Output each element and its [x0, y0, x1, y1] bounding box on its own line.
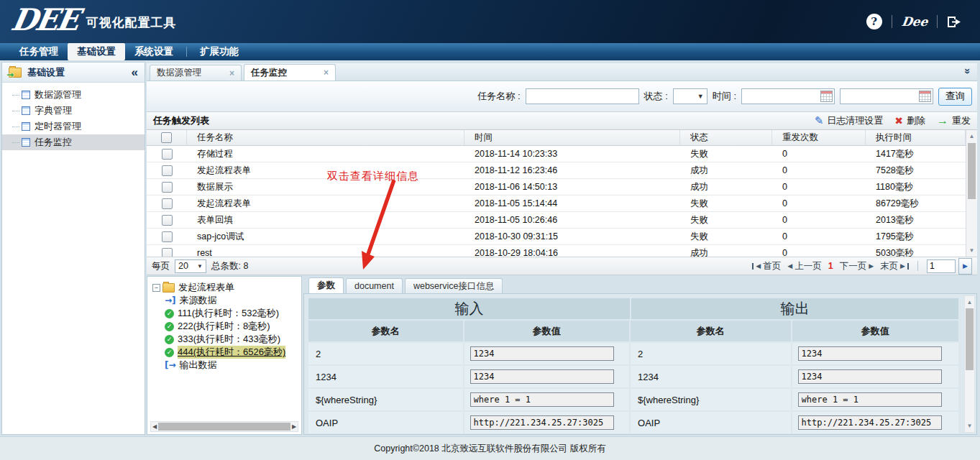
calendar-icon[interactable] — [919, 91, 931, 102]
prev-page-label: 上一页 — [794, 260, 822, 272]
sidebar-item-datasource[interactable]: 数据源管理 — [2, 87, 145, 103]
scroll-left-icon[interactable]: ◀ — [151, 423, 158, 430]
table-icon — [22, 122, 30, 131]
tree-node-step-333[interactable]: ✓ 333(执行耗时：433毫秒) — [165, 333, 301, 346]
status-select[interactable]: ▼ — [673, 88, 707, 104]
logout-icon[interactable] — [947, 16, 961, 28]
cell-exec-time: 2013毫秒 — [866, 212, 966, 228]
col-header-exec[interactable]: 执行时间 — [866, 130, 966, 145]
col-header-name[interactable]: 任务名称 — [187, 130, 464, 145]
row-checkbox[interactable] — [162, 149, 173, 160]
nav-item-basic-settings[interactable]: 基础设置 — [68, 43, 125, 60]
row-checkbox[interactable] — [162, 231, 173, 242]
table-row[interactable]: 发起流程表单 2018-11-12 16:23:46 成功 0 7528毫秒 — [147, 162, 966, 179]
last-page-button[interactable]: 末页 ▶ — [880, 260, 909, 272]
table-row[interactable]: sap-jco调试 2018-10-30 09:31:15 失败 0 1795毫… — [147, 229, 966, 245]
col-header-time[interactable]: 时间 — [464, 130, 680, 145]
tree-root-node[interactable]: − 发起流程表单 — [152, 281, 301, 294]
divider — [917, 261, 918, 271]
param-value-input[interactable] — [798, 346, 942, 361]
nav-item-system-settings[interactable]: 系统设置 — [125, 43, 183, 60]
collapse-node-icon[interactable]: − — [152, 284, 160, 292]
tab-task-monitor[interactable]: 任务监控 × — [244, 64, 336, 80]
tree-node-source-data[interactable]: →] 来源数据 — [165, 294, 301, 307]
check-circle-icon: ✓ — [165, 322, 174, 331]
collapse-sidebar-icon[interactable]: « — [132, 69, 138, 76]
detail-vertical-scrollbar[interactable]: ▲ ▼ — [964, 295, 975, 433]
log-clean-settings-button[interactable]: ✎ 日志清理设置 — [815, 114, 884, 127]
table-row[interactable]: 存储过程 2018-11-14 10:23:33 失败 0 1417毫秒 — [147, 146, 966, 162]
execution-tree-panel: − 发起流程表单 →] 来源数据 ✓ 111(执行耗时：532毫秒) ✓ 222… — [147, 276, 302, 435]
sidebar-item-timer[interactable]: 定时器管理 — [2, 119, 145, 134]
tab-params[interactable]: 参数 — [308, 277, 344, 293]
date-to-input[interactable] — [840, 88, 933, 104]
param-name: OAIP — [631, 412, 791, 433]
date-from-input[interactable] — [741, 88, 835, 104]
prev-page-button[interactable]: ◀ 上一页 — [787, 260, 821, 272]
tree-horizontal-scrollbar[interactable]: ◀ ▶ — [150, 421, 298, 432]
sidebar-item-task-monitor[interactable]: 任务监控 — [2, 134, 145, 150]
main-nav: 任务管理 基础设置 系统设置 扩展功能 — [0, 43, 980, 60]
nav-item-extensions[interactable]: 扩展功能 — [191, 43, 248, 60]
first-page-button[interactable]: ◀ 首页 — [752, 260, 781, 272]
tree-node-step-444[interactable]: ✓ 444(执行耗时：6526毫秒) — [165, 346, 301, 359]
param-value-input[interactable] — [798, 415, 942, 430]
table-header-row: 任务名称 时间 状态 重发次数 执行时间 — [147, 130, 966, 146]
sidebar-item-dictionary[interactable]: 字典管理 — [2, 103, 145, 119]
close-icon[interactable]: × — [229, 68, 234, 78]
input-header: 输入 — [308, 298, 630, 319]
page-number-input[interactable] — [927, 259, 956, 273]
scroll-down-icon[interactable]: ▼ — [965, 420, 974, 431]
cell-status: 成功 — [680, 179, 772, 195]
close-icon[interactable]: × — [324, 68, 329, 78]
row-checkbox[interactable] — [162, 215, 173, 226]
annotation-text: 双击查看详细信息 — [327, 170, 419, 183]
table-row[interactable]: 数据展示 2018-11-06 14:50:13 成功 0 1180毫秒 — [147, 179, 966, 196]
param-value-input[interactable] — [470, 369, 614, 384]
row-checkbox[interactable] — [162, 198, 173, 209]
tab-document[interactable]: document — [346, 278, 403, 293]
tab-webservice-info[interactable]: webservice接口信息 — [405, 278, 503, 293]
tree-node-step-111[interactable]: ✓ 111(执行耗时：532毫秒) — [165, 307, 301, 320]
resend-button[interactable]: → 重发 — [937, 114, 971, 127]
cell-resend: 0 — [772, 146, 866, 162]
table-row[interactable]: 表单回填 2018-11-05 10:26:46 失败 0 2013毫秒 — [147, 212, 966, 229]
scroll-down-icon[interactable]: ▼ — [966, 245, 977, 256]
row-checkbox[interactable] — [162, 182, 173, 193]
task-name-input[interactable] — [526, 88, 639, 104]
input-col-name: 参数名 — [308, 321, 463, 341]
help-icon[interactable]: ? — [866, 14, 882, 29]
table-row[interactable]: 发起流程表单 2018-11-05 15:14:44 失败 0 86729毫秒 — [147, 196, 966, 212]
scrollbar-thumb[interactable] — [968, 143, 976, 199]
col-header-resend[interactable]: 重发次数 — [772, 130, 866, 145]
tree-node-step-222[interactable]: ✓ 222(执行耗时：8毫秒) — [165, 320, 301, 333]
param-value-input[interactable] — [798, 392, 942, 407]
delete-button[interactable]: ✖ 删除 — [894, 114, 925, 127]
calendar-icon[interactable] — [820, 91, 833, 102]
chevron-double-down-icon[interactable]: « — [963, 68, 970, 74]
scrollbar-thumb[interactable] — [158, 423, 290, 431]
col-header-status[interactable]: 状态 — [680, 130, 772, 145]
param-row: OAIP OAIP — [308, 412, 958, 433]
param-value-input[interactable] — [470, 392, 614, 407]
tree-node-output-data[interactable]: [→ 输出数据 — [165, 359, 301, 372]
go-to-page-button[interactable]: ▶ — [958, 258, 972, 275]
per-page-select[interactable]: 20 ▼ — [175, 259, 206, 273]
param-value-input[interactable] — [798, 369, 942, 384]
scroll-up-icon[interactable]: ▲ — [965, 297, 974, 308]
param-value-input[interactable] — [470, 415, 614, 430]
tree-node-label: 222(执行耗时：8毫秒) — [178, 320, 270, 333]
nav-item-task-management[interactable]: 任务管理 — [10, 43, 68, 60]
cell-task-name: 发起流程表单 — [187, 162, 464, 178]
scrollbar-thumb[interactable] — [966, 308, 974, 370]
scroll-right-icon[interactable]: ▶ — [290, 423, 298, 430]
table-vertical-scrollbar[interactable]: ▲ ▼ — [966, 130, 977, 257]
query-button[interactable]: 查询 — [938, 88, 972, 106]
tab-datasource[interactable]: 数据源管理 × — [150, 65, 242, 80]
scroll-up-icon[interactable]: ▲ — [966, 131, 977, 142]
select-all-checkbox[interactable] — [161, 132, 172, 143]
last-page-icon — [907, 263, 909, 270]
param-value-input[interactable] — [470, 346, 614, 361]
next-page-button[interactable]: 下一页 ▶ — [840, 260, 874, 272]
row-checkbox[interactable] — [162, 165, 173, 176]
